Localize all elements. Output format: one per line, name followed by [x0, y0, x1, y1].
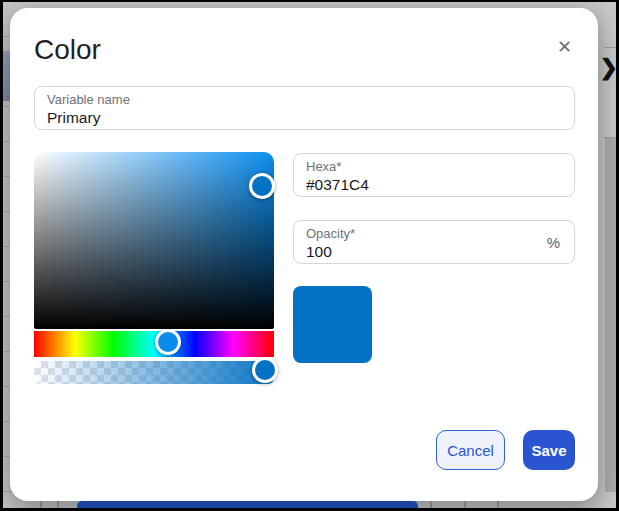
opacity-label: Opacity* [306, 226, 562, 242]
scrollbar-track[interactable] [605, 138, 616, 492]
close-icon[interactable]: ✕ [557, 38, 572, 56]
color-picker [34, 152, 274, 386]
percent-unit: % [547, 234, 560, 251]
opacity-field[interactable]: Opacity* % [293, 220, 575, 264]
hexa-field[interactable]: Hexa* [293, 153, 575, 197]
hexa-label: Hexa* [306, 159, 562, 175]
cancel-button[interactable]: Cancel [436, 430, 505, 470]
opacity-slider[interactable] [34, 361, 274, 384]
variable-name-input[interactable] [47, 108, 562, 128]
dialog-title: Color [34, 34, 101, 66]
save-button[interactable]: Save [523, 430, 575, 470]
divider [604, 47, 616, 48]
color-dialog: Color ✕ Variable name Hexa* Opacity* % C… [10, 8, 598, 501]
hexa-input[interactable] [306, 175, 562, 195]
background-bottom-bar [77, 501, 418, 508]
hue-slider[interactable] [34, 331, 274, 357]
color-preview-swatch [293, 286, 372, 363]
variable-name-field[interactable]: Variable name [34, 86, 575, 130]
opacity-handle[interactable] [252, 357, 278, 383]
hue-handle[interactable] [155, 329, 181, 355]
chevron-right-icon[interactable]: ❯ [600, 57, 618, 79]
saturation-handle[interactable] [249, 173, 275, 199]
opacity-input[interactable] [306, 242, 562, 262]
saturation-area[interactable] [34, 152, 274, 329]
variable-name-label: Variable name [47, 92, 562, 108]
